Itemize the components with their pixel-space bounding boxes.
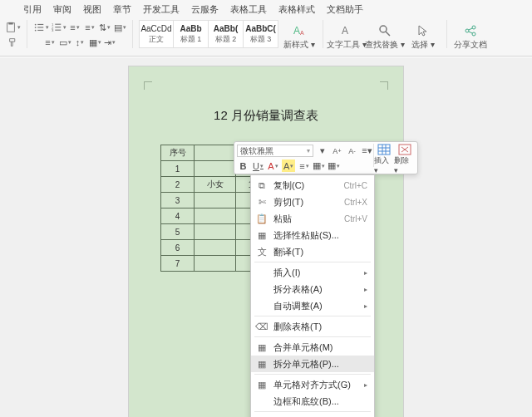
- menu-item[interactable]: 文档助手: [327, 3, 363, 16]
- svg-point-21: [472, 32, 475, 36]
- context-menu-item[interactable]: ▦拆分单元格(P)...: [251, 356, 374, 372]
- style-gallery[interactable]: AaCcDd正文 AaBb标题 1 AaBb(标题 2 AaBbC(标题 3: [139, 20, 278, 48]
- delete-mini-button[interactable]: 删除 ▾: [394, 144, 415, 174]
- font-name-select[interactable]: 微软雅黑▾: [237, 145, 313, 157]
- workspace: 12 月份销量调查表 序号 1 2小女12.265300 3300 4300 5…: [0, 58, 532, 417]
- format-painter-button[interactable]: [7, 35, 20, 50]
- highlight-button[interactable]: A: [282, 159, 295, 172]
- table-cell: 4: [161, 208, 195, 224]
- context-menu-item[interactable]: ▦单元格对齐方式(G)▸: [251, 376, 374, 393]
- svg-point-2: [35, 24, 37, 26]
- svg-rect-13: [55, 30, 61, 31]
- menu-item-label: 单元格对齐方式(G): [273, 379, 351, 391]
- context-menu-item[interactable]: ✄剪切(T)Ctrl+X: [251, 194, 374, 210]
- text-tools-button[interactable]: A文字工具 ▾: [329, 20, 364, 53]
- svg-line-22: [469, 28, 473, 30]
- menu-item-label: 选择性粘贴(S)...: [273, 229, 339, 242]
- menu-item-label: 剪切(T): [273, 196, 303, 208]
- indent-button[interactable]: ≡: [68, 20, 81, 35]
- bold-button[interactable]: B: [237, 159, 249, 172]
- menu-item-icon: ▦: [256, 341, 268, 353]
- context-menu-item[interactable]: ⌫删除表格(T): [251, 318, 374, 335]
- svg-point-6: [35, 30, 37, 32]
- menu-item[interactable]: 开发工具: [143, 3, 180, 16]
- border-button[interactable]: ▦: [88, 35, 101, 50]
- svg-rect-7: [37, 30, 43, 31]
- svg-rect-1: [8, 22, 12, 25]
- outdent-button[interactable]: ≡: [83, 20, 96, 35]
- margin-corner-icon: [144, 81, 152, 90]
- style-h1[interactable]: AaBb标题 1: [174, 20, 209, 48]
- context-menu-item[interactable]: ⟷文字方向(X)...: [251, 414, 374, 417]
- font-size-select[interactable]: ▾: [316, 145, 328, 157]
- document-page: 12 月份销量调查表 序号 1 2小女12.265300 3300 4300 5…: [129, 66, 403, 417]
- context-menu-item[interactable]: 拆分表格(A)▸: [251, 281, 374, 297]
- new-style-button[interactable]: AA新样式 ▾: [282, 20, 317, 53]
- menu-item[interactable]: 审阅: [53, 3, 71, 16]
- menu-item-icon: ▦: [256, 379, 268, 390]
- underline-button[interactable]: U: [252, 159, 264, 172]
- context-menu-item[interactable]: 📋粘贴Ctrl+V: [251, 210, 374, 227]
- menu-item[interactable]: 云服务: [191, 3, 219, 16]
- sort-button[interactable]: ▤: [113, 20, 126, 35]
- menu-item-label: 插入(I): [273, 267, 300, 279]
- context-menu-item[interactable]: ⽂翻译(T): [251, 243, 374, 260]
- svg-rect-9: [55, 24, 61, 25]
- bullets-mini-button[interactable]: ≡▾: [361, 145, 373, 157]
- style-h2[interactable]: AaBb(标题 2: [209, 20, 244, 48]
- menu-item[interactable]: 引用: [23, 3, 42, 16]
- menu-item-label: 边框和底纹(B)...: [273, 395, 339, 408]
- table-header: 序号: [161, 145, 195, 161]
- svg-rect-3: [37, 24, 43, 25]
- grow-font-button[interactable]: A+: [331, 145, 343, 157]
- spacing-button[interactable]: ⇅: [98, 20, 111, 35]
- style-normal[interactable]: AaCcDd正文: [139, 20, 174, 48]
- insert-mini-button[interactable]: 插入 ▾: [374, 144, 395, 174]
- menu-bar: 引用 审阅 视图 章节 开发工具 云服务 表格工具 表格样式 文档助手: [0, 0, 532, 17]
- border-mini-button[interactable]: ▦: [313, 159, 325, 172]
- context-menu-item[interactable]: ▦选择性粘贴(S)...: [251, 227, 374, 243]
- menu-item[interactable]: 表格工具: [230, 3, 267, 16]
- svg-text:A: A: [342, 25, 348, 37]
- ribbon-group-paragraph: 123 ≡ ≡ ⇅ ▤ ≡ ▭ ↕ ▦ ⇥: [33, 20, 126, 50]
- context-menu-item[interactable]: ⧉复制(C)Ctrl+C: [251, 177, 374, 194]
- mini-toolbar: 微软雅黑▾ ▾ A+ A- ≡▾ B U A A ≡ ▦: [234, 141, 418, 174]
- menu-item-icon: ⧉: [256, 179, 268, 191]
- menu-item[interactable]: 表格样式: [278, 3, 315, 16]
- font-color-button[interactable]: A: [267, 159, 279, 172]
- table-cell: 6: [161, 240, 195, 256]
- table-cell: 5: [161, 224, 195, 240]
- merge-mini-button[interactable]: ▦: [328, 159, 340, 172]
- select-button[interactable]: 选择 ▾: [406, 20, 441, 53]
- svg-line-18: [386, 32, 390, 36]
- share-button[interactable]: 分享文档: [453, 20, 488, 53]
- table-cell: 1: [161, 161, 195, 177]
- context-menu-item[interactable]: 插入(I)▸: [251, 264, 374, 281]
- menu-item-icon: ⽂: [256, 246, 268, 258]
- svg-text:3: 3: [52, 28, 54, 32]
- menu-item[interactable]: 章节: [113, 3, 131, 16]
- find-replace-button[interactable]: 查找替换 ▾: [367, 20, 402, 53]
- context-menu-item[interactable]: 边框和底纹(B)...: [251, 393, 374, 410]
- menu-item[interactable]: 视图: [83, 3, 101, 16]
- context-menu-item[interactable]: ▦合并单元格(M): [251, 339, 374, 356]
- table-cell: 2: [161, 177, 195, 193]
- paste-button[interactable]: [5, 20, 21, 35]
- style-h3[interactable]: AaBbC(标题 3: [244, 20, 278, 48]
- align-button[interactable]: ≡: [43, 35, 57, 50]
- menu-item-icon: ▦: [256, 358, 268, 370]
- shading-button[interactable]: ▭: [58, 35, 71, 50]
- ribbon: 123 ≡ ≡ ⇅ ▤ ≡ ▭ ↕ ▦ ⇥ AaCcDd正文 AaBb标题 1 …: [0, 17, 532, 56]
- menu-item-label: 删除表格(T): [273, 321, 322, 333]
- shrink-font-button[interactable]: A-: [346, 145, 358, 157]
- menu-item-label: 翻译(T): [273, 246, 303, 258]
- ribbon-group-clipboard: [5, 20, 21, 50]
- line-button[interactable]: ↕: [73, 35, 86, 50]
- bullets-button[interactable]: [33, 20, 49, 35]
- tab-button[interactable]: ⇥: [103, 35, 116, 50]
- context-menu-item[interactable]: 自动调整(A)▸: [251, 297, 374, 314]
- svg-rect-24: [378, 145, 390, 155]
- align-mini-button[interactable]: ≡: [298, 159, 310, 172]
- svg-rect-5: [37, 27, 43, 27]
- numbering-button[interactable]: 123: [51, 20, 66, 35]
